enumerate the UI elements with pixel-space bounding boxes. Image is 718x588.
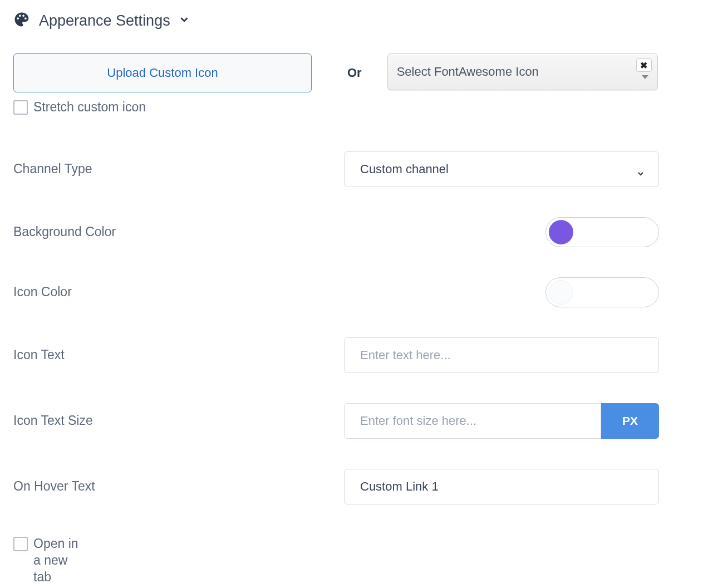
stretch-custom-icon-checkbox[interactable] — [13, 100, 28, 115]
background-color-label: Background Color — [13, 224, 344, 239]
section-title: Apperance Settings — [39, 12, 170, 30]
icon-text-input[interactable] — [344, 337, 659, 373]
channel-type-select[interactable]: Custom channel — [344, 151, 659, 187]
fontawesome-placeholder: Select FontAwesome Icon — [397, 65, 539, 79]
icon-color-swatch — [549, 280, 573, 305]
icon-text-label: Icon Text — [13, 347, 344, 362]
fontawesome-clear-button[interactable]: ✖ — [636, 58, 652, 72]
open-new-tab-label: Open in a new tab — [33, 536, 80, 586]
caret-down-icon — [642, 75, 648, 79]
open-new-tab-checkbox[interactable] — [13, 537, 28, 551]
close-icon: ✖ — [640, 60, 647, 71]
upload-custom-icon-button[interactable]: Upload Custom Icon — [13, 53, 312, 92]
section-header[interactable]: Apperance Settings — [13, 11, 705, 30]
background-color-swatch — [549, 220, 573, 244]
on-hover-text-label: On Hover Text — [13, 479, 344, 494]
or-label: Or — [347, 66, 362, 80]
icon-text-size-input[interactable] — [344, 403, 601, 439]
palette-icon — [13, 11, 30, 30]
icon-color-label: Icon Color — [13, 285, 344, 300]
channel-type-value: Custom channel — [360, 162, 449, 177]
stretch-custom-icon-label: Stretch custom icon — [33, 99, 146, 116]
fontawesome-icon-select[interactable]: Select FontAwesome Icon ✖ — [387, 53, 658, 90]
chevron-down-icon — [179, 13, 190, 28]
background-color-picker[interactable] — [545, 217, 659, 247]
on-hover-text-input[interactable] — [344, 469, 659, 504]
px-unit-addon: PX — [601, 403, 659, 439]
icon-color-picker[interactable] — [545, 277, 659, 307]
icon-text-size-label: Icon Text Size — [13, 413, 344, 428]
channel-type-label: Channel Type — [13, 161, 344, 177]
